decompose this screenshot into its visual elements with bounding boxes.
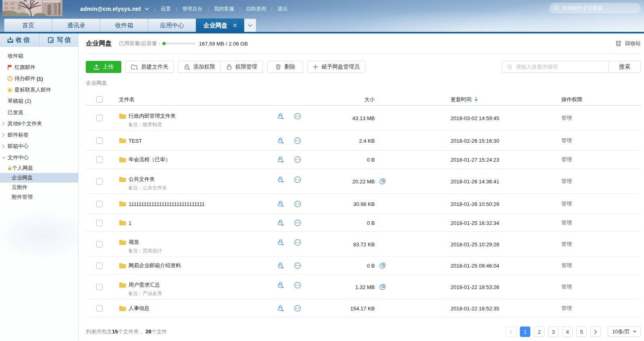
topbar-link[interactable]: 我的客服 [214, 6, 234, 12]
tab-close-icon[interactable] [233, 23, 237, 27]
file-permission[interactable]: 管理 [561, 178, 572, 185]
row-checkbox[interactable] [96, 220, 103, 226]
row-add-permission-icon[interactable] [276, 305, 285, 312]
column-header-updated[interactable]: 更新时间 [451, 96, 478, 103]
page-button[interactable]: 4 [562, 326, 573, 337]
row-checkbox[interactable] [96, 241, 103, 247]
sidebar-item[interactable]: 待办邮件 (1) [0, 73, 78, 84]
row-add-permission-icon[interactable] [276, 113, 285, 120]
sidebar-item[interactable]: 已发送 [0, 107, 78, 118]
file-permission[interactable]: 管理 [561, 241, 572, 248]
sidebar-item[interactable]: 附件管理 [0, 192, 78, 202]
sidebar-item[interactable]: 文件中心 [0, 152, 78, 163]
sidebar-item[interactable]: 草稿箱 (2) [0, 96, 78, 107]
row-more-actions-icon[interactable] [293, 239, 301, 246]
file-permission[interactable]: 管理 [561, 262, 572, 269]
row-checkbox[interactable] [96, 201, 103, 207]
permission-manage-button[interactable]: 权限管理 [220, 61, 263, 73]
mail-fulltext-search[interactable]: 支持邮件全文搜索 [549, 3, 641, 13]
topbar-link[interactable]: 设置 [160, 6, 170, 12]
file-permission[interactable]: 管理 [561, 200, 572, 208]
search-button[interactable]: 搜索 [609, 61, 640, 73]
row-more-actions-icon[interactable] [293, 137, 301, 144]
file-name[interactable]: 111111111111111111111111111111 [129, 201, 205, 207]
chevron-right-icon[interactable] [2, 133, 6, 137]
select-all-checkbox[interactable] [96, 96, 103, 103]
tab-active[interactable]: 企业网盘 [196, 19, 244, 32]
sidebar-item[interactable]: 个人网盘 [0, 163, 78, 173]
row-more-actions-icon[interactable] [293, 113, 301, 120]
file-name[interactable]: 行政内部管理文件夹 [129, 112, 176, 120]
sidebar-item[interactable]: 企业网盘 [0, 173, 78, 183]
prev-page-button[interactable] [506, 326, 516, 337]
chevron-right-icon[interactable] [2, 144, 6, 148]
row-more-actions-icon[interactable] [293, 156, 301, 163]
file-name[interactable]: 视觉 [129, 239, 139, 246]
file-permission[interactable]: 管理 [561, 114, 572, 122]
page-button[interactable]: 2 [534, 326, 544, 337]
row-add-permission-icon[interactable] [276, 282, 285, 289]
sidebar-item[interactable]: 其他6个文件夹 [0, 118, 78, 129]
row-more-actions-icon[interactable] [293, 176, 301, 183]
file-permission[interactable]: 管理 [561, 305, 572, 312]
file-name[interactable]: 1 [129, 220, 131, 226]
row-checkbox[interactable] [96, 137, 103, 144]
chevron-down-icon[interactable] [2, 156, 6, 159]
row-add-permission-icon[interactable] [276, 137, 285, 144]
row-checkbox[interactable] [96, 178, 103, 185]
quota-pie-icon[interactable] [379, 178, 386, 185]
recycle-bin-button[interactable]: 回收站 [615, 40, 641, 47]
file-name[interactable]: 人事信息 [129, 305, 150, 312]
file-permission[interactable]: 管理 [561, 219, 572, 227]
receive-mail-button[interactable]: 收信 [0, 33, 39, 46]
breadcrumb[interactable]: 企业网盘 [86, 80, 641, 86]
account-chevron-down-icon[interactable] [145, 8, 149, 10]
tab-inactive[interactable]: 应用中心 [148, 19, 196, 32]
tab-inactive[interactable]: 收件箱 [100, 19, 148, 32]
chevron-right-icon[interactable] [2, 122, 6, 126]
row-checkbox[interactable] [96, 115, 103, 121]
row-add-permission-icon[interactable] [276, 239, 285, 246]
topbar-link[interactable]: 管理后台 [182, 6, 202, 12]
file-permission[interactable]: 管理 [561, 137, 572, 144]
file-search-input[interactable]: 请输入搜索关键词 [502, 61, 609, 73]
row-checkbox[interactable] [96, 156, 103, 163]
next-page-button[interactable] [590, 326, 601, 337]
tab-inactive[interactable]: 通讯录 [52, 19, 100, 32]
sidebar-item[interactable]: 收件箱 [0, 50, 78, 62]
add-permission-button[interactable]: 添加权限 [178, 61, 220, 73]
row-more-actions-icon[interactable] [293, 200, 301, 207]
row-add-permission-icon[interactable] [276, 219, 285, 226]
row-add-permission-icon[interactable] [276, 156, 285, 163]
sidebar-item[interactable]: 云附件 [0, 183, 78, 192]
write-mail-button[interactable]: 写信 [39, 33, 78, 46]
quota-pie-icon[interactable] [379, 283, 386, 291]
column-header-size[interactable]: 大小 [307, 96, 375, 103]
page-button[interactable]: 5 [576, 326, 587, 337]
page-button[interactable]: 3 [548, 326, 559, 337]
file-permission[interactable]: 管理 [561, 156, 572, 163]
sidebar-item[interactable]: 邮件标签 [0, 129, 78, 141]
row-more-actions-icon[interactable] [293, 219, 301, 226]
file-permission[interactable]: 管理 [561, 283, 572, 291]
row-checkbox[interactable] [96, 305, 103, 312]
row-more-actions-icon[interactable] [293, 262, 301, 269]
row-add-permission-icon[interactable] [276, 176, 285, 183]
topbar-link[interactable]: 自助查询 [246, 6, 266, 12]
tab-list-dropdown[interactable] [244, 19, 256, 32]
row-checkbox[interactable] [96, 284, 103, 290]
file-name[interactable]: TEST [129, 137, 142, 143]
sort-icon[interactable] [474, 96, 478, 102]
topbar-link[interactable]: 退出 [278, 6, 288, 12]
sidebar-item[interactable]: 邮箱中心 [0, 141, 78, 152]
row-add-permission-icon[interactable] [276, 200, 285, 207]
file-name[interactable]: 用户需求汇总 [129, 281, 160, 289]
row-more-actions-icon[interactable] [293, 282, 301, 289]
account-name[interactable]: admin@cm.elysys.net [80, 6, 141, 12]
row-checkbox[interactable] [96, 262, 103, 269]
sidebar-item[interactable]: 星标联系人邮件 [0, 84, 78, 96]
file-name[interactable]: 网易企业邮箱介绍资料 [129, 262, 181, 269]
file-name[interactable]: 年会流程（已审） [129, 156, 170, 163]
upload-button[interactable]: 上传 [86, 61, 121, 73]
grant-admin-button[interactable]: 赋予网盘管理员 [307, 61, 365, 73]
